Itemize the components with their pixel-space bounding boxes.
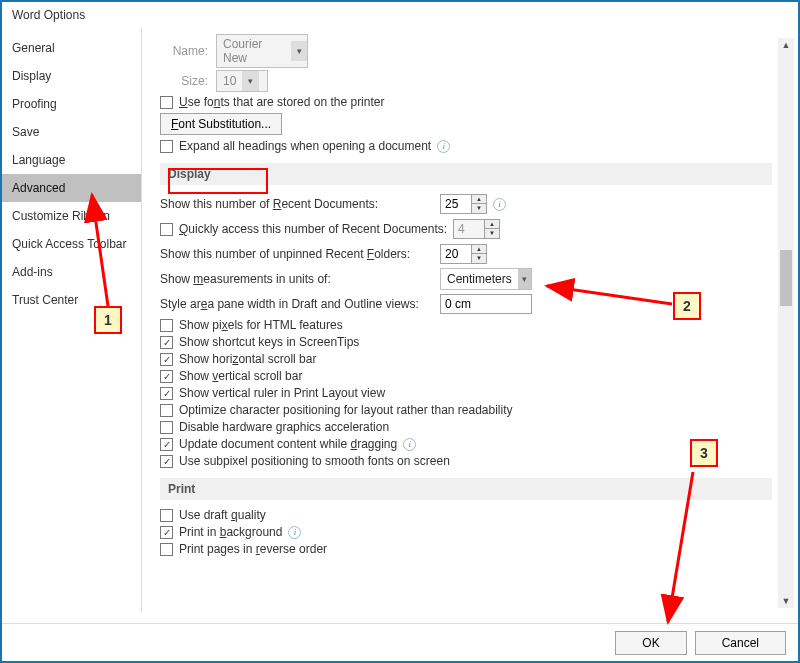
nav-language[interactable]: Language xyxy=(2,146,141,174)
titlebar: Word Options xyxy=(2,2,798,28)
nav-display[interactable]: Display xyxy=(2,62,141,90)
cb-hscroll[interactable]: Show horizontal scroll bar xyxy=(179,352,316,366)
word-options-dialog: Word Options General Display Proofing Sa… xyxy=(0,0,800,663)
cb-use-printer-fonts[interactable]: Use fonts that are stored on the printer xyxy=(179,95,384,109)
cb-update-drag[interactable]: Update document content while dragging xyxy=(179,437,397,451)
quick-access-label[interactable]: Quickly access this number of Recent Doc… xyxy=(179,222,453,236)
info-icon[interactable]: i xyxy=(437,140,450,153)
checkbox[interactable]: ✓ xyxy=(160,438,173,451)
checkbox[interactable] xyxy=(160,319,173,332)
annotation-marker-1: 1 xyxy=(94,306,122,334)
checkbox[interactable] xyxy=(160,404,173,417)
checkbox[interactable]: ✓ xyxy=(160,336,173,349)
cb-expand-headings[interactable]: Expand all headings when opening a docum… xyxy=(179,139,431,153)
checkbox[interactable]: ✓ xyxy=(160,370,173,383)
checkbox[interactable]: ✓ xyxy=(160,387,173,400)
cb-subpixel[interactable]: Use subpixel positioning to smooth fonts… xyxy=(179,454,450,468)
info-icon[interactable]: i xyxy=(493,198,506,211)
section-print: Print xyxy=(160,478,772,500)
checkbox[interactable]: ✓ xyxy=(160,526,173,539)
recent-docs-label: Show this number of Recent Documents: xyxy=(160,197,440,211)
checkbox[interactable] xyxy=(160,96,173,109)
cb-optimize[interactable]: Optimize character positioning for layou… xyxy=(179,403,513,417)
recent-docs-spinner[interactable]: ▲▼ xyxy=(440,194,487,214)
vertical-scrollbar[interactable]: ▲ ▼ xyxy=(778,38,794,608)
font-size-combo[interactable]: 10 ▾ xyxy=(216,70,268,92)
units-label: Show measurements in units of: xyxy=(160,272,440,286)
nav-quick-access-toolbar[interactable]: Quick Access Toolbar xyxy=(2,230,141,258)
recent-folders-spinner[interactable]: ▲▼ xyxy=(440,244,487,264)
annotation-marker-2: 2 xyxy=(673,292,701,320)
nav-advanced[interactable]: Advanced xyxy=(2,174,141,202)
style-area-input[interactable] xyxy=(440,294,532,314)
quick-access-spinner: ▲▼ xyxy=(453,219,500,239)
cb-print-reverse[interactable]: Print pages in reverse order xyxy=(179,542,327,556)
ok-button[interactable]: OK xyxy=(615,631,686,655)
cb-vruler[interactable]: Show vertical ruler in Print Layout view xyxy=(179,386,385,400)
checkbox[interactable] xyxy=(160,543,173,556)
cb-draft-quality[interactable]: Use draft quality xyxy=(179,508,266,522)
checkbox[interactable]: ✓ xyxy=(160,455,173,468)
dialog-footer: OK Cancel xyxy=(2,623,798,661)
checkbox[interactable]: ✓ xyxy=(160,353,173,366)
checkbox[interactable] xyxy=(160,223,173,236)
chevron-down-icon: ▾ xyxy=(291,41,307,61)
cb-disable-hw[interactable]: Disable hardware graphics acceleration xyxy=(179,420,389,434)
chevron-down-icon: ▾ xyxy=(518,269,531,289)
checkbox[interactable] xyxy=(160,140,173,153)
cancel-button[interactable]: Cancel xyxy=(695,631,786,655)
font-substitution-button[interactable]: Font Substitution... xyxy=(160,113,282,135)
cb-vscroll[interactable]: Show vertical scroll bar xyxy=(179,369,302,383)
chevron-down-icon: ▾ xyxy=(242,71,259,91)
scroll-down-icon[interactable]: ▼ xyxy=(780,594,792,608)
font-size-label: Size: xyxy=(160,74,216,88)
info-icon[interactable]: i xyxy=(403,438,416,451)
content-panel: Name: Courier New ▾ Size: 10 ▾ Use fonts… xyxy=(142,28,798,612)
recent-folders-label: Show this number of unpinned Recent Fold… xyxy=(160,247,440,261)
scroll-thumb[interactable] xyxy=(780,250,792,306)
cb-print-background[interactable]: Print in background xyxy=(179,525,282,539)
nav-general[interactable]: General xyxy=(2,34,141,62)
checkbox[interactable] xyxy=(160,509,173,522)
checkbox[interactable] xyxy=(160,421,173,434)
units-combo[interactable]: Centimeters ▾ xyxy=(440,268,532,290)
scroll-up-icon[interactable]: ▲ xyxy=(780,38,792,52)
font-name-combo[interactable]: Courier New ▾ xyxy=(216,34,308,68)
nav-proofing[interactable]: Proofing xyxy=(2,90,141,118)
section-display: Display xyxy=(160,163,772,185)
cb-pixels-html[interactable]: Show pixels for HTML features xyxy=(179,318,343,332)
nav-addins[interactable]: Add-ins xyxy=(2,258,141,286)
annotation-marker-3: 3 xyxy=(690,439,718,467)
info-icon[interactable]: i xyxy=(288,526,301,539)
style-area-label: Style area pane width in Draft and Outli… xyxy=(160,297,440,311)
nav-save[interactable]: Save xyxy=(2,118,141,146)
font-name-label: Name: xyxy=(160,44,216,58)
cb-shortcut-keys[interactable]: Show shortcut keys in ScreenTips xyxy=(179,335,359,349)
nav-customize-ribbon[interactable]: Customize Ribbon xyxy=(2,202,141,230)
